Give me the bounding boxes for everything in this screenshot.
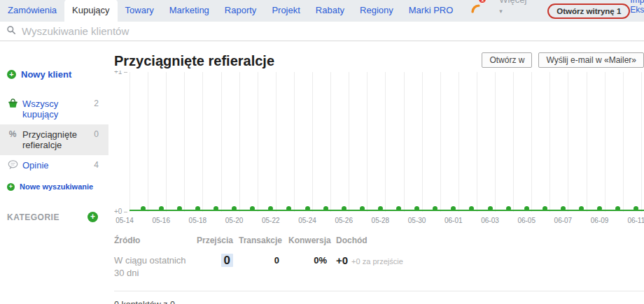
y-axis-tick [124, 72, 127, 73]
sidebar-item-referrals[interactable]: % Przyciągnięte refieralcje 0 [0, 124, 108, 155]
tab-zamowienia[interactable]: Zamówienia [0, 0, 64, 22]
data-point [214, 206, 218, 211]
series-line [130, 210, 644, 211]
notifications-button[interactable]: 1 [470, 3, 481, 22]
x-tick-label: 05-24 [293, 217, 321, 224]
gridline [458, 72, 459, 212]
gridline [531, 72, 532, 212]
column-source: Źródło W ciągu ostatnich 30 dni [114, 236, 192, 280]
x-tick-label: 05-28 [366, 217, 394, 224]
gridline [312, 72, 313, 212]
x-tick-label: 06-07 [549, 217, 577, 224]
gridline [568, 72, 568, 212]
open-site-button[interactable]: Otwórz witrynę 1 [547, 3, 630, 19]
x-tick-label: 05-18 [183, 217, 211, 224]
more-menu[interactable]: Więcej ▾ [499, 0, 526, 22]
plus-icon: + [7, 70, 16, 79]
referrals-chart: +1+005-1405-1605-1805-2005-2205-2405-260… [114, 71, 644, 227]
search-bar [0, 22, 644, 41]
open-in-button[interactable]: Otwórz w [482, 52, 532, 68]
gridline [184, 72, 185, 212]
gridline [477, 72, 477, 212]
gridline [605, 72, 606, 212]
sidebar-item-label: Przyciągnięte refieralcje [22, 129, 90, 150]
x-tick-label: 05-16 [147, 217, 175, 224]
page-title: Przyciągnięte refieralcje [114, 52, 274, 69]
revenue-number: +0 [336, 254, 348, 267]
data-point [396, 206, 401, 211]
gridline [385, 72, 386, 212]
sidebar: + Nowy klient Wszyscy kupujący 2 % Przyc… [0, 41, 108, 304]
data-point [488, 206, 493, 211]
item-count: 0 [94, 129, 99, 139]
tab-regiony[interactable]: Regiony [352, 0, 401, 22]
x-tick-label: 05-22 [257, 217, 285, 224]
gridline [587, 72, 587, 212]
gridline [221, 72, 222, 212]
chevron-down-icon: ▾ [499, 8, 503, 15]
sidebar-item-new-client[interactable]: + Nowy klient [0, 69, 108, 80]
page-header: Przyciągnięte refieralcje Otwórz w Wyśli… [114, 52, 644, 69]
tab-marketing[interactable]: Marketing [162, 0, 217, 22]
tab-raporty[interactable]: Raporty [217, 0, 265, 22]
item-count: 2 [94, 99, 99, 108]
tab-projekt[interactable]: Projekt [264, 0, 307, 22]
contacts-footer: 0 kontaktów z 0 [114, 291, 644, 304]
data-point [378, 206, 383, 211]
data-point [159, 206, 164, 211]
tab-towary[interactable]: Towary [118, 0, 162, 22]
basket-icon [7, 99, 18, 110]
item-count: 4 [94, 160, 99, 170]
more-menu-label: Więcej [499, 0, 526, 5]
search-icon [6, 25, 16, 38]
revenue-note: +0 za przejście [351, 255, 403, 268]
gridline [239, 72, 240, 212]
sidebar-section-categories: KATEGORIE + [0, 212, 108, 222]
speech-bubble-icon [7, 160, 18, 172]
data-point [195, 206, 200, 211]
column-header: Źródło [114, 236, 192, 245]
column-header: Konwersja [288, 236, 327, 245]
gridline [349, 72, 349, 212]
x-tick-label: 06-01 [440, 217, 468, 224]
x-tick-label: 05-14 [114, 217, 139, 224]
clicks-number: 0 [221, 254, 233, 267]
y-axis-tick [124, 212, 127, 212]
phone-icon [470, 4, 481, 16]
x-tick-label: 05-26 [330, 217, 358, 224]
column-header: Przejścia [192, 236, 233, 245]
x-tick-label: 06-05 [512, 217, 540, 224]
sidebar-item-new-search[interactable]: + Nowe wyszukiwanie [0, 182, 108, 191]
data-point [177, 206, 182, 211]
data-point [323, 206, 328, 211]
y-axis-label-bottom: +0 [114, 208, 122, 215]
gridline [276, 72, 276, 212]
import-export-link[interactable]: Import / Eksport [630, 0, 644, 22]
send-email-button[interactable]: Wyślij e-mail w «Mailer» [538, 52, 644, 68]
data-point [542, 206, 547, 211]
gridline [202, 72, 203, 212]
header-buttons: Otwórz w Wyślij e-mail w «Mailer» [482, 52, 644, 68]
tab-rabaty[interactable]: Rabaty [308, 0, 352, 22]
sidebar-item-all-buyers[interactable]: Wszyscy kupujący 2 [0, 94, 108, 124]
data-point [561, 206, 566, 211]
gridline [166, 72, 167, 212]
top-nav: Zamówienia Kupujący Towary Marketing Rap… [0, 0, 644, 22]
categories-heading: KATEGORIE [7, 212, 59, 222]
new-client-label: Nowy klient [21, 69, 71, 80]
transactions-value: 0 [239, 254, 279, 267]
column-revenue: Dochód +0 +0 za przejście [336, 236, 403, 280]
data-point [524, 206, 529, 211]
percent-icon: % [7, 129, 18, 139]
gridline [367, 72, 368, 212]
search-input[interactable] [22, 25, 644, 37]
gridline [404, 72, 405, 212]
gridline [550, 72, 550, 212]
add-category-button[interactable]: + [88, 212, 98, 222]
column-conversion: Konwersja 0% [288, 236, 327, 280]
tab-kupujacy[interactable]: Kupujący [64, 0, 117, 22]
gridline [258, 72, 258, 212]
gridline [422, 72, 423, 212]
tab-marki-pro[interactable]: Marki PRO [401, 0, 461, 22]
sidebar-item-reviews[interactable]: Opinie 4 [0, 155, 108, 177]
